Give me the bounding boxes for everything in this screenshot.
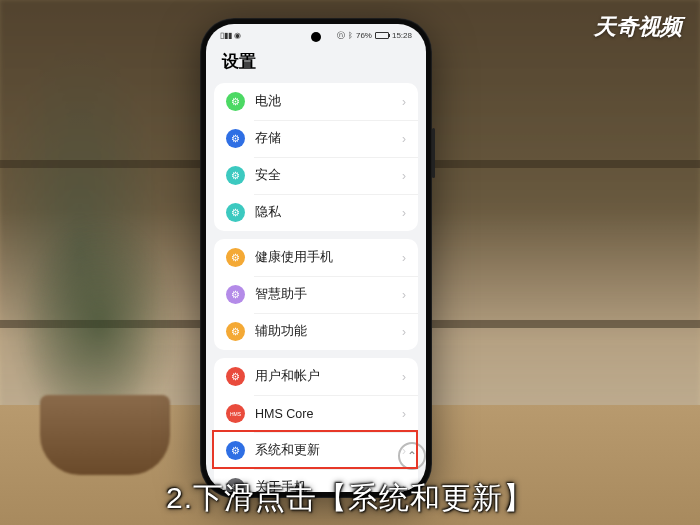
bg-basket xyxy=(40,395,170,475)
system-update-icon: ⚙ xyxy=(226,441,245,460)
privacy-icon: ⚙ xyxy=(226,203,245,222)
row-label: 辅助功能 xyxy=(255,323,392,340)
settings-row[interactable]: ⚙电池› xyxy=(214,83,418,120)
storage-icon: ⚙ xyxy=(226,129,245,148)
chevron-right-icon: › xyxy=(402,169,406,183)
row-label: 用户和帐户 xyxy=(255,368,392,385)
page-title: 设置 xyxy=(206,46,426,83)
wifi-icon: ◉ xyxy=(234,31,241,40)
chevron-right-icon: › xyxy=(402,325,406,339)
row-label: 智慧助手 xyxy=(255,286,392,303)
row-label: 存储 xyxy=(255,130,392,147)
row-label: 电池 xyxy=(255,93,392,110)
hms-icon: HMS xyxy=(226,404,245,423)
chevron-right-icon: › xyxy=(402,370,406,384)
settings-group: ⚙电池›⚙存储›⚙安全›⚙隐私› xyxy=(214,83,418,231)
battery-percent: 76% xyxy=(356,31,372,40)
battery-icon: ⚙ xyxy=(226,92,245,111)
phone-screen: ▯▮▮ ◉ ⓝ ᛒ 76% 15:28 设置 ⚙电池›⚙存储›⚙安全›⚙隐私›⚙… xyxy=(206,24,426,492)
chevron-right-icon: › xyxy=(402,407,406,421)
chevron-right-icon: › xyxy=(402,132,406,146)
row-label: 健康使用手机 xyxy=(255,249,392,266)
settings-row[interactable]: ⚙隐私› xyxy=(214,194,418,231)
nfc-icon: ⓝ xyxy=(337,30,345,41)
signal-icon: ▯▮▮ xyxy=(220,31,232,40)
settings-group: ⚙用户和帐户›HMSHMS Core›⚙系统和更新›⚙关于手机› xyxy=(214,358,418,492)
settings-row[interactable]: ⚙安全› xyxy=(214,157,418,194)
chevron-right-icon: › xyxy=(402,206,406,220)
settings-row[interactable]: ⚙智慧助手› xyxy=(214,276,418,313)
camera-notch xyxy=(311,32,321,42)
users-icon: ⚙ xyxy=(226,367,245,386)
phone-frame: ▯▮▮ ◉ ⓝ ᛒ 76% 15:28 设置 ⚙电池›⚙存储›⚙安全›⚙隐私›⚙… xyxy=(200,18,432,498)
row-label: HMS Core xyxy=(255,407,392,421)
settings-row[interactable]: ⚙存储› xyxy=(214,120,418,157)
scroll-handle[interactable]: ⌃ xyxy=(398,442,426,470)
accessibility-icon: ⚙ xyxy=(226,322,245,341)
assistant-icon: ⚙ xyxy=(226,285,245,304)
chevron-right-icon: › xyxy=(402,95,406,109)
settings-row[interactable]: ⚙系统和更新› xyxy=(214,432,418,469)
settings-row[interactable]: ⚙健康使用手机› xyxy=(214,239,418,276)
chevron-right-icon: › xyxy=(402,251,406,265)
row-label: 隐私 xyxy=(255,204,392,221)
row-label: 安全 xyxy=(255,167,392,184)
battery-icon xyxy=(375,32,389,39)
settings-row[interactable]: HMSHMS Core› xyxy=(214,395,418,432)
security-icon: ⚙ xyxy=(226,166,245,185)
clock: 15:28 xyxy=(392,31,412,40)
settings-row[interactable]: ⚙辅助功能› xyxy=(214,313,418,350)
chevron-right-icon: › xyxy=(402,288,406,302)
settings-group: ⚙健康使用手机›⚙智慧助手›⚙辅助功能› xyxy=(214,239,418,350)
settings-row[interactable]: ⚙用户和帐户› xyxy=(214,358,418,395)
row-label: 系统和更新 xyxy=(255,442,392,459)
digital-balance-icon: ⚙ xyxy=(226,248,245,267)
watermark: 天奇视频 xyxy=(594,12,682,42)
instruction-caption: 2.下滑点击【系统和更新】 xyxy=(0,478,700,519)
bluetooth-icon: ᛒ xyxy=(348,31,353,40)
